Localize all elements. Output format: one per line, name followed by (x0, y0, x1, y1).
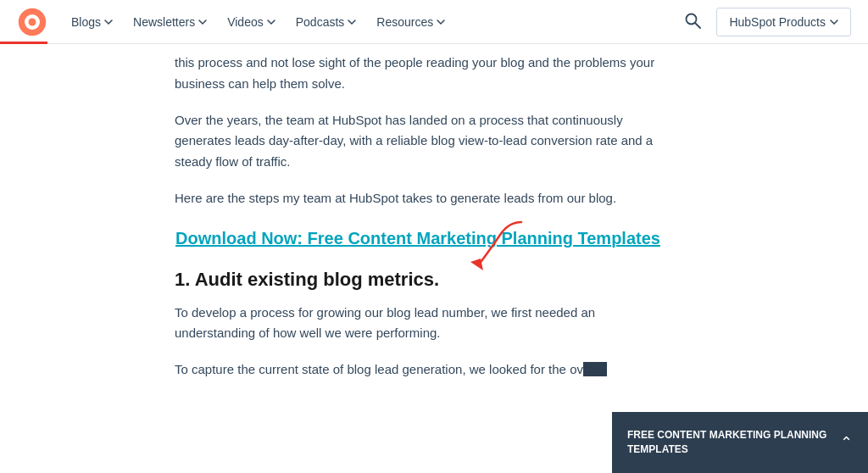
nav-items: Blogs Newsletters Videos Podcasts Resour… (63, 10, 679, 34)
bottom-banner-text: FREE CONTENT MARKETING PLANNING TEMPLATE… (627, 428, 831, 457)
chevron-down-icon (104, 18, 113, 26)
search-button[interactable] (679, 7, 706, 36)
chevron-down-icon (198, 18, 207, 26)
hubspot-logo[interactable] (17, 7, 47, 37)
bottom-banner[interactable]: FREE CONTENT MARKETING PLANNING TEMPLATE… (612, 412, 868, 473)
nav-item-videos[interactable]: Videos (219, 10, 284, 34)
svg-line-12 (695, 23, 700, 28)
chevron-down-icon (437, 18, 445, 26)
navbar: Blogs Newsletters Videos Podcasts Resour… (0, 0, 868, 44)
svg-point-2 (29, 18, 36, 25)
nav-right: HubSpot Products (679, 7, 851, 36)
chevron-down-icon (830, 19, 838, 25)
svg-rect-4 (31, 31, 34, 35)
nav-videos-label: Videos (227, 15, 264, 29)
chevron-down-icon (267, 18, 275, 26)
paragraph-4: To develop a process for growing our blo… (175, 303, 661, 345)
paragraph-3: Here are the steps my team at HubSpot ta… (175, 188, 661, 209)
nav-item-resources[interactable]: Resources (368, 10, 453, 34)
nav-blogs-label: Blogs (71, 15, 101, 29)
download-link[interactable]: Download Now: Free Content Marketing Pla… (175, 226, 660, 250)
svg-rect-5 (19, 20, 23, 23)
search-icon (684, 12, 701, 29)
banner-chevron-up-icon: ⌃ (840, 433, 853, 452)
paragraph-1: this process and not lose sight of the p… (175, 53, 661, 95)
nav-item-newsletters[interactable]: Newsletters (125, 10, 215, 34)
nav-item-blogs[interactable]: Blogs (63, 10, 121, 34)
download-link-container: Download Now: Free Content Marketing Pla… (175, 226, 661, 250)
paragraph-5: To capture the current state of blog lea… (175, 359, 661, 381)
hubspot-products-label: HubSpot Products (729, 15, 826, 29)
paragraph-2: Over the years, the team at HubSpot has … (175, 110, 661, 173)
section-heading-audit: 1. Audit existing blog metrics. (175, 269, 661, 291)
svg-rect-3 (31, 8, 34, 12)
nav-newsletters-label: Newsletters (133, 15, 195, 29)
annotation-arrow-icon (462, 218, 530, 277)
svg-rect-6 (42, 20, 46, 23)
content-area: this process and not lose sight of the p… (175, 44, 695, 413)
nav-resources-label: Resources (376, 15, 433, 29)
main-content: this process and not lose sight of the p… (0, 44, 695, 413)
nav-item-podcasts[interactable]: Podcasts (287, 10, 365, 34)
chevron-down-icon (348, 18, 356, 26)
arrow-annotation (462, 218, 530, 281)
nav-podcasts-label: Podcasts (296, 15, 345, 29)
hubspot-products-button[interactable]: HubSpot Products (716, 8, 851, 36)
